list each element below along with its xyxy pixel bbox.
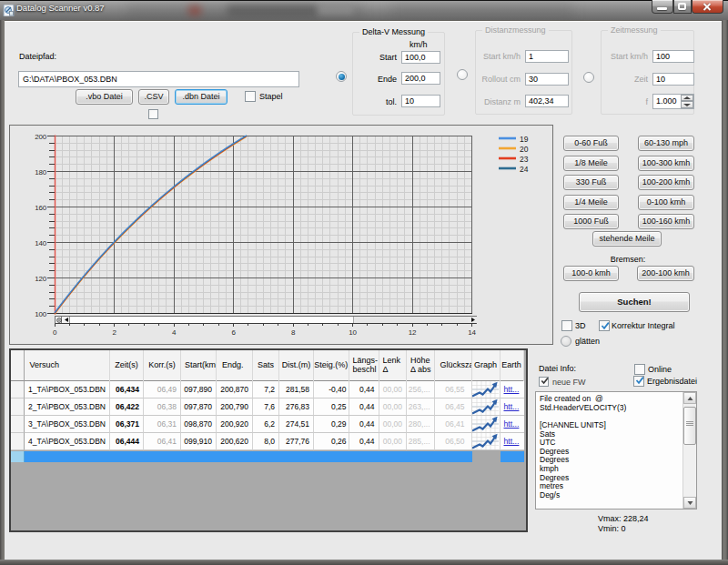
- svg-text:12: 12: [409, 328, 417, 337]
- svg-text:20: 20: [520, 145, 529, 154]
- svg-text:2: 2: [112, 328, 116, 337]
- svg-text:100: 100: [35, 310, 46, 318]
- svg-text:14: 14: [468, 328, 476, 337]
- svg-text:200: 200: [35, 133, 46, 141]
- svg-text:0: 0: [53, 328, 57, 337]
- svg-text:10: 10: [349, 328, 357, 337]
- svg-text:8: 8: [291, 328, 296, 337]
- svg-text:120: 120: [35, 275, 46, 283]
- svg-text:19: 19: [520, 135, 529, 144]
- svg-text:180: 180: [35, 168, 46, 177]
- svg-text:6: 6: [231, 328, 236, 337]
- svg-text:140: 140: [35, 239, 46, 247]
- svg-text:160: 160: [35, 204, 46, 212]
- svg-text:24: 24: [520, 165, 529, 174]
- svg-text:23: 23: [520, 155, 529, 164]
- svg-text:4: 4: [172, 328, 177, 337]
